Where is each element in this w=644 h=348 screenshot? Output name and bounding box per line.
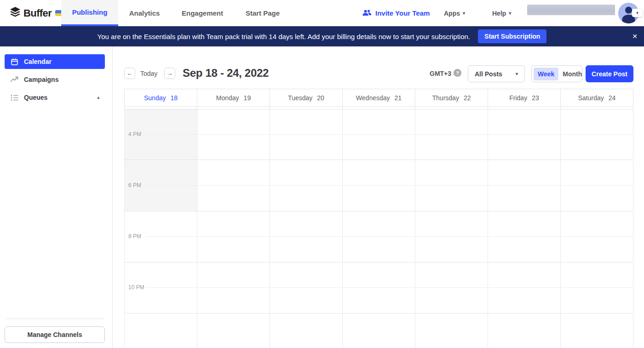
hour-line <box>146 236 633 237</box>
today-label: Today <box>140 70 157 77</box>
start-subscription-button[interactable]: Start Subscription <box>478 29 546 43</box>
hour-label: 10 PM <box>128 284 144 291</box>
day-column-thursday[interactable] <box>415 107 488 348</box>
hour-line <box>146 134 633 135</box>
week-view-button[interactable]: Week <box>534 68 558 80</box>
sidebar-item-label: Campaigns <box>24 76 58 83</box>
trial-banner: You are on the Essentials plan with Team… <box>0 26 644 46</box>
list-icon <box>10 93 18 102</box>
day-column-wednesday[interactable] <box>343 107 415 348</box>
day-header-monday[interactable]: Monday 19 <box>197 89 270 106</box>
month-view-button[interactable]: Month <box>558 68 586 80</box>
sidebar-divider <box>6 319 105 319</box>
timezone-help-icon[interactable]: ? <box>454 69 461 77</box>
banner-close-icon[interactable]: ✕ <box>632 26 638 46</box>
trend-icon <box>10 75 18 84</box>
day-header-row: Sunday 18 Monday 19 Tuesday 20 Wednesday… <box>124 89 633 107</box>
hour-label: 8 PM <box>128 233 141 240</box>
day-column-saturday[interactable] <box>561 107 633 348</box>
top-nav-bar: Buffer Publishing Analytics Engagement S… <box>0 0 644 26</box>
banner-message: You are on the Essentials plan with Team… <box>98 33 470 40</box>
chevron-down-icon: ▾ <box>509 11 511 16</box>
invite-your-team-link[interactable]: Invite Your Team <box>362 0 430 26</box>
create-post-button[interactable]: Create Post <box>586 65 633 82</box>
day-column-tuesday[interactable] <box>270 107 343 348</box>
sidebar-item-label: Calendar <box>24 58 52 65</box>
apps-menu[interactable]: Apps ▾ <box>444 0 465 26</box>
day-header-saturday[interactable]: Saturday 24 <box>561 89 633 106</box>
timezone-label: GMT+3 <box>430 70 451 77</box>
day-header-wednesday[interactable]: Wednesday 21 <box>343 89 415 106</box>
sidebar: Calendar Campaigns Queues ▴ Manage Chann… <box>0 46 113 348</box>
tab-engagement[interactable]: Engagement <box>177 0 228 26</box>
tab-analytics[interactable]: Analytics <box>121 0 167 26</box>
day-column-monday[interactable] <box>197 107 270 348</box>
previous-week-button[interactable]: ← <box>124 68 135 79</box>
chevron-down-icon: ▾ <box>463 11 465 16</box>
next-week-button[interactable]: → <box>164 68 175 79</box>
calendar-icon <box>10 57 18 66</box>
logo-text: Buffer <box>23 7 52 19</box>
day-header-sunday[interactable]: Sunday 18 <box>125 89 197 106</box>
chevron-down-icon: ▾ <box>516 71 518 76</box>
invite-label: Invite Your Team <box>375 9 430 17</box>
buffer-logo[interactable]: Buffer <box>9 0 64 26</box>
apps-label: Apps <box>444 10 460 17</box>
sidebar-item-queues[interactable]: Queues ▴ <box>5 90 105 105</box>
buffer-layers-icon <box>9 6 21 20</box>
day-column-friday[interactable] <box>488 107 561 348</box>
day-header-friday[interactable]: Friday 23 <box>488 89 561 106</box>
help-menu[interactable]: Help ▾ <box>492 0 511 26</box>
people-icon <box>362 9 372 17</box>
week-calendar-grid: Sunday 18 Monday 19 Tuesday 20 Wednesday… <box>124 89 633 348</box>
help-label: Help <box>492 10 506 17</box>
arrow-right-icon: → <box>167 70 173 77</box>
main-content: ← Today → Sep 18 - 24, 2022 GMT+3 ? All … <box>113 46 644 348</box>
posts-filter-dropdown[interactable]: All Posts ▾ <box>468 65 525 82</box>
hour-label: 6 PM <box>128 182 141 188</box>
manage-channels-button[interactable]: Manage Channels <box>5 326 105 343</box>
account-menu-caret[interactable]: ▾ <box>632 9 643 17</box>
tab-start-page[interactable]: Start Page <box>237 0 288 26</box>
day-columns <box>125 107 633 348</box>
sidebar-item-calendar[interactable]: Calendar <box>5 54 105 69</box>
arrow-left-icon: ← <box>127 70 133 77</box>
time-grid-body: 4 PM 6 PM 8 PM 10 PM <box>124 107 633 348</box>
sidebar-item-label: Queues <box>24 94 47 101</box>
sidebar-item-campaigns[interactable]: Campaigns <box>5 72 105 87</box>
filter-value: All Posts <box>475 70 502 78</box>
day-header-thursday[interactable]: Thursday 22 <box>415 89 488 106</box>
page-title: Sep 18 - 24, 2022 <box>183 67 269 80</box>
chevron-down-icon: ▾ <box>636 11 638 15</box>
hour-label: 4 PM <box>128 131 141 137</box>
tab-publishing[interactable]: Publishing <box>61 0 118 26</box>
hour-line <box>146 287 633 288</box>
question-glyph: ? <box>456 70 459 76</box>
redacted-bar <box>527 5 615 15</box>
collapse-caret-icon[interactable]: ▴ <box>97 95 99 100</box>
day-column-sunday[interactable] <box>125 107 197 348</box>
day-header-tuesday[interactable]: Tuesday 20 <box>270 89 343 106</box>
view-toggle: Week Month <box>531 65 582 82</box>
hour-line <box>146 185 633 186</box>
